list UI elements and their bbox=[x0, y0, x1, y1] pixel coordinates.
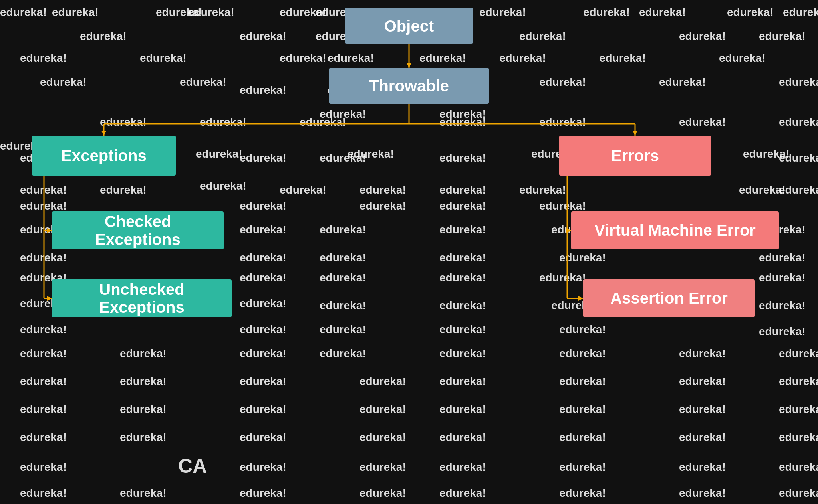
watermark-text: edureka! bbox=[20, 375, 67, 388]
watermark-text: edureka! bbox=[359, 403, 406, 416]
watermark-text: edureka! bbox=[439, 116, 486, 128]
checked-exceptions-node: Checked Exceptions bbox=[52, 211, 224, 249]
watermark-text: edureka! bbox=[20, 403, 67, 416]
watermark-text: edureka! bbox=[779, 375, 818, 388]
watermark-text: edureka! bbox=[200, 180, 246, 192]
watermark-text: edureka! bbox=[300, 116, 346, 128]
watermark-text: edureka! bbox=[120, 487, 167, 500]
watermark-text: edureka! bbox=[439, 108, 486, 121]
watermark-text: edureka! bbox=[0, 6, 47, 19]
watermark-text: edureka! bbox=[679, 347, 726, 360]
watermark-text: edureka! bbox=[419, 52, 466, 65]
svg-marker-17 bbox=[566, 228, 571, 233]
watermark-text: edureka! bbox=[320, 152, 366, 164]
watermark-text: edureka! bbox=[20, 52, 67, 65]
watermark-text: edureka! bbox=[100, 184, 147, 196]
watermark-text: edureka! bbox=[499, 52, 546, 65]
object-node: Object bbox=[345, 8, 473, 44]
watermark-text: edureka! bbox=[539, 116, 586, 128]
watermark-text: edureka! bbox=[779, 152, 818, 164]
watermark-text: edureka! bbox=[240, 152, 286, 164]
watermark-text: edureka! bbox=[439, 461, 486, 474]
watermark-text: edureka! bbox=[783, 6, 818, 19]
watermark-text: edureka! bbox=[20, 347, 67, 360]
watermark-text: edureka! bbox=[320, 223, 366, 236]
watermark-text: edureka! bbox=[439, 184, 486, 196]
watermark-text: edureka! bbox=[320, 299, 366, 312]
watermark-text: edureka! bbox=[240, 403, 286, 416]
watermark-text: edureka! bbox=[120, 375, 167, 388]
unchecked-exceptions-node: Unchecked Exceptions bbox=[52, 279, 232, 317]
watermark-text: edureka! bbox=[779, 76, 818, 89]
watermark-text: edureka! bbox=[347, 148, 394, 160]
watermark-text: edureka! bbox=[320, 347, 366, 360]
watermark-text: edureka! bbox=[779, 403, 818, 416]
svg-marker-1 bbox=[407, 63, 411, 68]
svg-marker-20 bbox=[578, 296, 583, 301]
watermark-text: edureka! bbox=[439, 431, 486, 444]
watermark-text: edureka! bbox=[200, 116, 246, 128]
watermark-text: edureka! bbox=[180, 76, 226, 89]
watermark-text: edureka! bbox=[583, 6, 630, 19]
watermark-text: edureka! bbox=[359, 375, 406, 388]
watermark-text: edureka! bbox=[359, 200, 406, 212]
watermark-text: edureka! bbox=[328, 52, 374, 65]
watermark-text: edureka! bbox=[359, 184, 406, 196]
svg-marker-5 bbox=[101, 131, 106, 136]
watermark-text: edureka! bbox=[140, 52, 187, 65]
watermark-text: edureka! bbox=[759, 30, 806, 43]
watermark-text: edureka! bbox=[559, 487, 606, 500]
watermark-text: edureka! bbox=[539, 76, 586, 89]
watermark-text: edureka! bbox=[120, 431, 167, 444]
watermark-text: edureka! bbox=[439, 347, 486, 360]
watermark-text: edureka! bbox=[40, 76, 87, 89]
watermark-text: edureka! bbox=[240, 347, 286, 360]
watermark-text: edureka! bbox=[240, 30, 286, 43]
watermark-text: edureka! bbox=[240, 461, 286, 474]
watermark-text: edureka! bbox=[559, 323, 606, 336]
watermark-text: edureka! bbox=[240, 251, 286, 264]
watermark-text: edureka! bbox=[320, 323, 366, 336]
watermark-text: edureka! bbox=[679, 375, 726, 388]
watermark-text: CA bbox=[178, 455, 207, 478]
watermark-text: edureka! bbox=[639, 6, 686, 19]
watermark-text: edureka! bbox=[779, 116, 818, 128]
watermark-text: edureka! bbox=[559, 375, 606, 388]
exceptions-node: Exceptions bbox=[32, 136, 176, 176]
watermark-text: edureka! bbox=[743, 148, 790, 160]
watermark-text: edureka! bbox=[779, 347, 818, 360]
watermark-text: edureka! bbox=[320, 271, 366, 284]
watermark-text: edureka! bbox=[679, 461, 726, 474]
watermark-text: edureka! bbox=[679, 403, 726, 416]
watermark-text: edureka! bbox=[599, 52, 646, 65]
svg-marker-7 bbox=[633, 131, 637, 136]
watermark-text: edureka! bbox=[679, 30, 726, 43]
watermark-text: edureka! bbox=[120, 347, 167, 360]
watermark-text: edureka! bbox=[759, 271, 806, 284]
vme-node: Virtual Machine Error bbox=[571, 211, 779, 249]
watermark-text: edureka! bbox=[779, 184, 818, 196]
watermark-text: edureka! bbox=[120, 403, 167, 416]
watermark-text: edureka! bbox=[52, 6, 99, 19]
watermark-text: edureka! bbox=[240, 297, 286, 310]
watermark-text: edureka! bbox=[519, 184, 566, 196]
watermark-text: edureka! bbox=[240, 223, 286, 236]
watermark-text: edureka! bbox=[759, 325, 806, 338]
watermark-text: edureka! bbox=[559, 251, 606, 264]
watermark-text: edureka! bbox=[439, 487, 486, 500]
watermark-text: edureka! bbox=[280, 184, 326, 196]
svg-marker-14 bbox=[47, 296, 52, 301]
watermark-text: edureka! bbox=[20, 184, 67, 196]
watermark-text: edureka! bbox=[240, 375, 286, 388]
watermark-text: edureka! bbox=[240, 200, 286, 212]
watermark-text: edureka! bbox=[280, 6, 326, 19]
watermark-text: edureka! bbox=[727, 6, 774, 19]
watermark-text: edureka! bbox=[559, 431, 606, 444]
watermark-text: edureka! bbox=[739, 184, 786, 196]
watermark-text: edureka! bbox=[559, 347, 606, 360]
watermark-text: edureka! bbox=[188, 6, 234, 19]
errors-node: Errors bbox=[559, 136, 711, 176]
watermark-text: edureka! bbox=[240, 271, 286, 284]
watermark-text: edureka! bbox=[439, 299, 486, 312]
watermark-text: edureka! bbox=[439, 271, 486, 284]
